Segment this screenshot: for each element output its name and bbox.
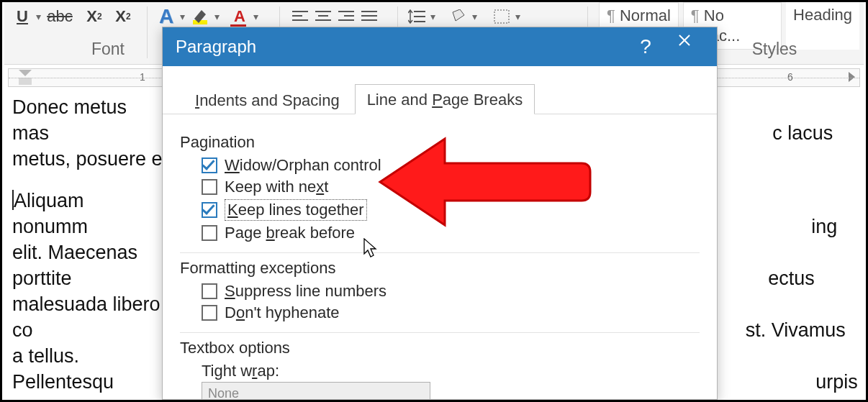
superscript-icon: X2 [114, 7, 132, 26]
subscript-icon: X2 [85, 7, 104, 26]
text-effects-icon: A [157, 7, 176, 26]
underline-icon: U [13, 7, 32, 26]
strikethrough-icon: abє [50, 7, 69, 26]
textbox-options-label: Textbox options [180, 339, 700, 357]
tab-indents-spacing[interactable]: Indents and Spacing [183, 85, 352, 114]
dialog-body: Pagination Widow/Orphan control Keep wit… [163, 114, 717, 400]
align-justify-icon [360, 7, 379, 26]
widow-orphan-label: Widow/Orphan control [225, 156, 381, 175]
dont-hyphenate-option[interactable]: Don't hyphenate [202, 303, 700, 322]
dialog-titlebar[interactable]: Paragraph ? [163, 27, 717, 66]
superscript-button[interactable]: X2 [114, 2, 135, 31]
borders-icon [492, 7, 511, 26]
close-icon [677, 40, 692, 54]
first-line-indent-marker[interactable] [19, 70, 32, 76]
dialog-tabs: Indents and Spacing Line and Page Breaks [163, 66, 717, 114]
dont-hyphenate-label: Don't hyphenate [225, 303, 340, 322]
keep-with-next-label: Keep with next [225, 178, 328, 196]
dont-hyphenate-checkbox[interactable] [202, 305, 217, 321]
dialog-title: Paragraph [176, 37, 256, 57]
tight-wrap-dropdown[interactable]: None [202, 382, 430, 400]
help-button[interactable]: ? [626, 27, 665, 66]
keep-with-next-option[interactable]: Keep with next [202, 178, 700, 196]
page-break-before-option[interactable]: Page break before [202, 224, 700, 242]
tight-wrap-value: None [208, 386, 239, 401]
suppress-line-numbers-checkbox[interactable] [202, 283, 217, 299]
keep-with-next-checkbox[interactable] [202, 179, 217, 195]
ruler-mark: 6 [787, 71, 793, 83]
keep-lines-together-option[interactable]: Keep lines together [202, 199, 700, 221]
tab-line-page-breaks[interactable]: Line and Page Breaks [355, 84, 535, 114]
page-break-before-label: Page break before [225, 224, 355, 242]
keep-lines-together-checkbox[interactable] [202, 202, 217, 218]
suppress-line-numbers-option[interactable]: Suppress line numbers [202, 282, 700, 301]
underline-button[interactable]: U▾ [13, 2, 41, 31]
shading-icon [449, 7, 468, 26]
ruler-end-marker [849, 72, 855, 82]
align-left-icon [291, 7, 309, 26]
font-group-label: Font [65, 40, 151, 59]
strikethrough-button[interactable]: abє [50, 2, 72, 31]
keep-lines-together-label: Keep lines together [225, 199, 367, 221]
line-spacing-icon [407, 7, 426, 26]
ruler-mark: 1 [140, 71, 145, 83]
widow-orphan-checkbox[interactable] [202, 157, 217, 173]
suppress-line-numbers-label: Suppress line numbers [225, 282, 386, 301]
font-color-icon: A [230, 7, 249, 26]
svg-rect-16 [494, 10, 509, 23]
formatting-exceptions-label: Formatting exceptions [180, 259, 700, 278]
align-center-icon [314, 7, 333, 26]
styles-group-label: Styles [731, 40, 818, 59]
subscript-button[interactable]: X2 [85, 2, 107, 31]
tight-wrap-label: Tight wrap: [202, 362, 700, 380]
widow-orphan-option[interactable]: Widow/Orphan control [202, 156, 700, 175]
align-right-icon [337, 7, 356, 26]
page-break-before-checkbox[interactable] [202, 225, 217, 241]
paragraph-dialog: Paragraph ? Indents and Spacing Line and… [162, 27, 718, 400]
highlight-icon [191, 7, 210, 26]
close-button[interactable] [665, 27, 704, 66]
pagination-group-label: Pagination [180, 133, 700, 152]
hanging-indent-marker[interactable] [19, 78, 32, 85]
